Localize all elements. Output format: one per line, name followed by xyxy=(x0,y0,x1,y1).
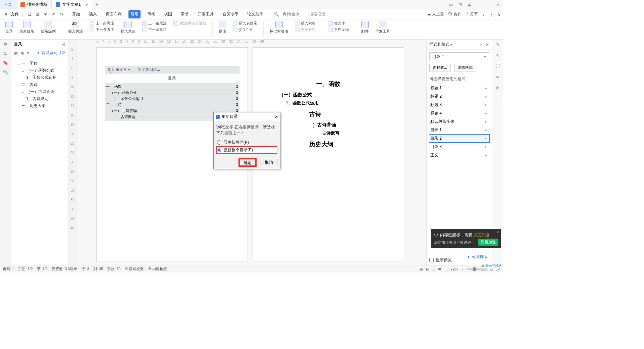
close-pane-icon[interactable]: ✕ xyxy=(486,42,489,47)
view-page-icon[interactable]: ▦ xyxy=(419,267,423,271)
toc-update-button[interactable]: ⟳更新目录... xyxy=(135,66,163,73)
heading-2[interactable]: ）古诗背诵 xyxy=(279,122,384,128)
select-icon[interactable]: ↖ xyxy=(496,53,499,58)
tree-item[interactable]: ⌄二、古诗 xyxy=(13,81,67,88)
doc-discover[interactable]: 文档发现 xyxy=(328,27,349,32)
next-endnote[interactable]: 下一条尾注 xyxy=(142,27,167,32)
sb-col[interactable]: 列: 35 xyxy=(93,266,103,271)
toc-row[interactable]: 二、 古诗2 xyxy=(106,102,238,108)
prev-endnote[interactable]: 上一条尾注 xyxy=(142,21,167,26)
cloud-status[interactable]: ☁ 未上云 xyxy=(427,11,444,17)
tree-item[interactable]: ⌄（一）函数公式 xyxy=(13,67,67,74)
panel-toc-icon[interactable]: ▤ xyxy=(4,42,7,46)
cross-ref[interactable]: 交叉引用 xyxy=(233,27,257,32)
current-style-select[interactable]: 目录 2▾ xyxy=(429,52,489,61)
sb-words[interactable]: 字数: 70 xyxy=(107,266,120,271)
toast-action-button[interactable]: 深度加速 xyxy=(478,239,498,246)
sb-page[interactable]: 页面: 1/2 xyxy=(18,266,33,271)
search-lib[interactable]: 搜文库 xyxy=(328,21,349,26)
style-row[interactable]: 标题 1↵ xyxy=(429,84,490,92)
ribbon-footnote[interactable]: ab插入脚注 xyxy=(66,21,85,34)
panel-search-icon[interactable]: 🔍 xyxy=(3,70,8,74)
style-row[interactable]: 目录 1↵ xyxy=(429,126,490,134)
toc-settings-button[interactable]: ≣目录设置▾ xyxy=(105,66,133,73)
insert-fig-toc[interactable]: 插入表目录 xyxy=(233,21,257,26)
heading-2[interactable]: （一）函数公式 xyxy=(279,92,384,98)
menu-layout[interactable]: 页面布局 xyxy=(104,10,124,18)
toc-row[interactable]: （一） 函数公式2 xyxy=(106,90,238,96)
ribbon-broadcast[interactable]: 群发工具 xyxy=(373,21,392,34)
location-icon[interactable]: ◎ xyxy=(496,85,499,90)
menu-section[interactable]: 章节 xyxy=(179,10,191,18)
ok-button[interactable]: 确定 xyxy=(239,159,256,166)
share-button[interactable]: ⇪ 分享 xyxy=(466,11,478,17)
panel-bookmark-icon[interactable]: 🔖 xyxy=(3,60,8,65)
radio-update-pages[interactable]: 只更新页码(P) xyxy=(216,139,277,146)
heading-1[interactable]: 古诗 xyxy=(273,110,384,118)
prev-footnote[interactable]: 上一条脚注 xyxy=(90,21,114,26)
zoom-value[interactable]: 72% xyxy=(451,267,458,271)
outline-close-icon[interactable]: ✕ xyxy=(62,42,65,47)
sb-spell[interactable]: ☒ 拼写检查 xyxy=(124,266,144,271)
outline-expand-icon[interactable]: ▦ xyxy=(14,51,18,55)
radio-all-input[interactable] xyxy=(217,148,221,152)
print-icon[interactable]: 🖶 xyxy=(35,11,41,17)
pin-icon[interactable]: ⇱ xyxy=(480,42,484,47)
outline-smart-detect[interactable]: ✦智能识别目录 xyxy=(37,50,65,56)
minimize-icon[interactable]: — xyxy=(476,2,482,7)
sb-page-num[interactable]: 页码: 1 xyxy=(3,266,14,271)
ribbon-toc-level[interactable]: 目录级别 xyxy=(39,21,58,34)
maximize-icon[interactable]: ☐ xyxy=(486,2,491,7)
ribbon-caption[interactable]: 题注 xyxy=(217,21,228,34)
menu-icon[interactable]: ≡ xyxy=(3,11,9,17)
link-icon[interactable]: ∞ xyxy=(496,74,499,79)
settings-icon[interactable]: ⛶ xyxy=(496,64,500,68)
smart-layout-button[interactable]: ✦ 智能排版 xyxy=(467,254,488,260)
menu-insert[interactable]: 插入 xyxy=(87,10,99,18)
search-command-input[interactable] xyxy=(282,12,306,17)
style-row[interactable]: 目录 2↵ xyxy=(429,134,490,143)
more-side-icon[interactable]: ▭ xyxy=(496,96,499,101)
tree-item[interactable]: ⌄（一）古诗背诵 xyxy=(13,88,67,95)
tree-item[interactable]: ⌄一、函数 xyxy=(13,60,67,67)
heading-1[interactable]: 历史大纲 xyxy=(273,140,384,148)
preview-icon[interactable]: 👁 xyxy=(43,11,49,17)
style-row[interactable]: 标题 2↵ xyxy=(429,92,490,101)
toast-close-icon[interactable]: ✕ xyxy=(496,230,499,235)
search-template[interactable]: 搜索模板 xyxy=(309,11,325,17)
new-style-button[interactable]: 新样式... xyxy=(429,64,451,71)
toc-row[interactable]: 一、 函数2 xyxy=(106,84,238,90)
menu-paper[interactable]: 论文助手 xyxy=(245,10,265,18)
ribbon-update-toc[interactable]: 更新目录 xyxy=(17,21,36,34)
cancel-button[interactable]: 取消 xyxy=(261,159,277,166)
menu-dev[interactable]: 开发工具 xyxy=(196,10,216,18)
tree-item[interactable]: 1、函数公式运用 xyxy=(13,74,67,81)
edit-icon[interactable]: ✎ xyxy=(496,42,499,47)
save-icon[interactable]: 🖫 xyxy=(26,11,33,17)
panel-nav-icon[interactable]: 🗀 xyxy=(4,51,8,56)
redo-icon[interactable]: ↷ xyxy=(59,11,65,17)
view-web-icon[interactable]: ▤ xyxy=(426,267,429,271)
menu-review[interactable]: 审阅 xyxy=(145,10,157,18)
close-window-icon[interactable]: ✕ xyxy=(495,2,500,7)
ribbon-toc[interactable]: 目录 xyxy=(3,21,15,34)
tab-document[interactable]: 文字文稿1 xyxy=(52,0,92,9)
sb-section[interactable]: 节: 1/2 xyxy=(37,266,48,271)
undo-icon[interactable]: ↶ xyxy=(51,11,57,17)
menu-reference[interactable]: 引用 xyxy=(128,10,141,18)
heading-3[interactable]: 1、函数公式运用 xyxy=(286,100,384,106)
avatar-icon[interactable]: ◒ xyxy=(467,2,472,7)
ribbon-mail[interactable]: 邮件 xyxy=(359,21,371,34)
heading-1[interactable]: 一、函数 xyxy=(273,80,384,88)
zoom-out-icon[interactable]: − xyxy=(462,267,464,271)
file-menu[interactable]: 文件 xyxy=(11,11,19,17)
tree-item[interactable]: 三、历史大纲 xyxy=(13,102,67,109)
menu-view[interactable]: 视图 xyxy=(162,10,174,18)
style-row[interactable]: 目录 3↵ xyxy=(429,143,490,151)
radio-update-all[interactable]: 更新整个目录(E) xyxy=(216,146,277,154)
update-index[interactable]: 更新索引 xyxy=(295,27,316,32)
style-row[interactable]: 标题 4↵ xyxy=(429,109,490,117)
ribbon-endnote[interactable]: 插入尾注 xyxy=(119,21,138,34)
ribbon-mark-index[interactable]: 标记索引项 xyxy=(268,21,290,34)
heading-3[interactable]: 古诗默写 xyxy=(286,130,384,136)
